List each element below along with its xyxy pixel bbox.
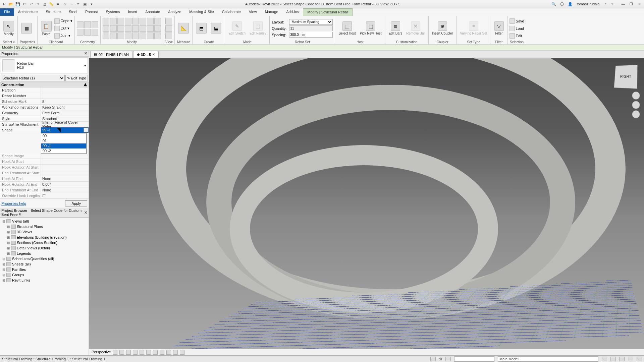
prop-row[interactable]: GeometryFree Form [0, 110, 89, 116]
view-tools[interactable] [165, 18, 172, 39]
properties-close-icon[interactable]: ✕ [84, 51, 87, 56]
select-elements-icon[interactable] [602, 357, 607, 361]
shape-dropdown-icon[interactable]: ▾ [84, 128, 88, 132]
prop-row[interactable]: End Treatment At Start [0, 170, 89, 176]
prop-shape[interactable]: Shape 99 -1▾ [0, 127, 89, 133]
measure-icon[interactable]: 📏 [48, 1, 54, 7]
search-icon[interactable]: 🔍 [551, 2, 557, 6]
undo-icon[interactable]: ↶ [28, 1, 34, 7]
user-icon[interactable]: 👤 [567, 2, 573, 6]
tab-collaborate[interactable]: Collaborate [218, 8, 245, 16]
load-selection-button[interactable]: Load [509, 25, 524, 32]
close-button[interactable]: ✕ [636, 2, 643, 6]
tree-node[interactable]: ⊞Revit Links [1, 278, 88, 283]
steering-wheel-icon[interactable] [632, 92, 640, 100]
browser-close-icon[interactable]: ✕ [84, 210, 87, 215]
tab-steel[interactable]: Steel [65, 8, 81, 16]
tab-file[interactable]: File [0, 8, 14, 16]
tree-node[interactable]: ⊞Schedules/Quantities (all) [1, 256, 88, 261]
view-tab-finish-plan[interactable]: ▤02 - FINISH PLAN [90, 51, 132, 58]
category-select[interactable]: Structural Rebar (1) [1, 75, 65, 81]
editable-only-icon[interactable] [445, 357, 451, 361]
tab-systems[interactable]: Systems [102, 8, 124, 16]
shape-option-01[interactable]: 01 [41, 138, 86, 143]
pick-new-host-button[interactable]: ⬚Pick New Host [359, 21, 383, 36]
prop-row[interactable]: Partition [0, 87, 89, 93]
tree-node[interactable]: ⊞Legends [1, 251, 88, 256]
arrow-icon[interactable]: → [68, 1, 74, 7]
edit-bars-button[interactable]: ≣Edit Bars [387, 21, 404, 36]
prop-row[interactable]: Override Hook Lengths☐ [0, 193, 89, 199]
geometry-tools[interactable] [77, 21, 98, 36]
project-browser[interactable]: ⊟Views (all) ⊞Structural Plans⊞3D Views⊞… [0, 218, 89, 355]
apply-button[interactable]: Apply [65, 200, 87, 206]
tree-node[interactable]: ⊞Detail Views (Detail) [1, 245, 88, 251]
shape-option-00[interactable]: 00 [41, 133, 86, 138]
paste-button[interactable]: 📋Paste [40, 20, 53, 37]
tab-addins[interactable]: Add-Ins [282, 8, 303, 16]
select-host-button[interactable]: ⬚Select Host [337, 21, 357, 36]
minimize-button[interactable]: — [620, 2, 627, 6]
tree-views[interactable]: ⊟Views (all) [1, 219, 88, 224]
chevron-down-icon[interactable]: ▾ [84, 63, 86, 68]
filter-button[interactable]: ▽Filter [493, 21, 505, 36]
switch-windows-icon[interactable]: ▾ [89, 1, 95, 7]
detail-level-icon[interactable] [113, 350, 117, 355]
tree-node[interactable]: ⊞Sheets (all) [1, 261, 88, 267]
thin-lines-icon[interactable]: ≡ [75, 1, 81, 7]
shadows-icon[interactable] [133, 350, 138, 355]
varying-rebar-button[interactable]: ≡Varying Rebar Set [459, 21, 489, 36]
save-icon[interactable]: 💾 [15, 1, 21, 7]
select-links-icon[interactable] [430, 357, 436, 361]
type-selector[interactable]: Rebar Bar H16 ▾ [1, 57, 88, 73]
properties-help-link[interactable]: Properties help [1, 201, 26, 205]
sync-icon[interactable]: ⟳ [21, 1, 28, 7]
prop-row[interactable]: Hook Rotation At Start [0, 165, 89, 170]
drag-elements-icon[interactable] [628, 357, 633, 361]
temp-hide-icon[interactable] [166, 350, 171, 355]
help-icon[interactable]: ? [610, 2, 614, 6]
text-icon[interactable]: A [55, 1, 61, 7]
cope-button[interactable]: Cope ▾ [54, 18, 72, 24]
close-hidden-icon[interactable]: ▣ [82, 1, 88, 7]
reveal-icon[interactable] [173, 350, 178, 355]
tab-annotate[interactable]: Annotate [141, 8, 164, 16]
print-icon[interactable]: 🖨 [42, 1, 48, 7]
shape-option-99-1[interactable]: 99 -1 [41, 143, 86, 148]
nav-bar[interactable] [632, 92, 640, 118]
measure-button[interactable]: 📐 [177, 22, 190, 35]
view-tab-3d5[interactable]: ◈3D - 5✕ [133, 51, 159, 58]
properties-button[interactable]: ▦ [20, 22, 33, 35]
restore-button[interactable]: ❐ [628, 2, 635, 6]
tab-insert[interactable]: Insert [124, 8, 142, 16]
create-button-2[interactable]: ⬓ [209, 22, 223, 35]
workset-combo[interactable] [454, 356, 494, 362]
edit-family-button[interactable]: ⬚Edit Family [248, 21, 267, 36]
favorites-icon[interactable]: ☆ [603, 2, 608, 6]
crop-region-icon[interactable] [153, 350, 158, 355]
redo-icon[interactable]: ↷ [35, 1, 41, 7]
prop-row[interactable]: Shape Image [0, 153, 89, 159]
layout-select[interactable]: Maximum Spacing [289, 19, 333, 25]
view-cube[interactable]: RIGHT [614, 65, 638, 89]
sun-path-icon[interactable] [126, 350, 131, 355]
open-icon[interactable]: 📂 [8, 1, 14, 7]
modify-button[interactable]: ↖Modify [2, 20, 15, 37]
tree-node[interactable]: ⊞Families [1, 267, 88, 272]
insert-coupler-button[interactable]: ⊕Insert Coupler [431, 21, 454, 36]
visual-style-icon[interactable] [119, 350, 124, 355]
tree-node[interactable]: ⊞Groups [1, 272, 88, 278]
edit-type-button[interactable]: ✎Edit Type [65, 75, 88, 81]
prop-row[interactable]: Workshop InstructionsKeep Straight [0, 105, 89, 110]
tab-analyze[interactable]: Analyze [164, 8, 185, 16]
tab-close-icon[interactable]: ✕ [152, 53, 155, 56]
prop-row[interactable]: Stirrup/Tie AttachmentInterior Face of C… [0, 122, 89, 127]
pan-icon[interactable] [632, 101, 640, 109]
edit-selection-button[interactable]: Edit [509, 33, 524, 39]
tab-architecture[interactable]: Architecture [14, 8, 42, 16]
filter-icon[interactable] [637, 357, 642, 361]
tree-node[interactable]: ⊞Elevations (Building Elevation) [1, 235, 88, 240]
tab-manage[interactable]: Manage [261, 8, 282, 16]
save-selection-button[interactable]: Save [509, 18, 524, 24]
prop-row[interactable]: Hook At EndNone [0, 176, 89, 182]
